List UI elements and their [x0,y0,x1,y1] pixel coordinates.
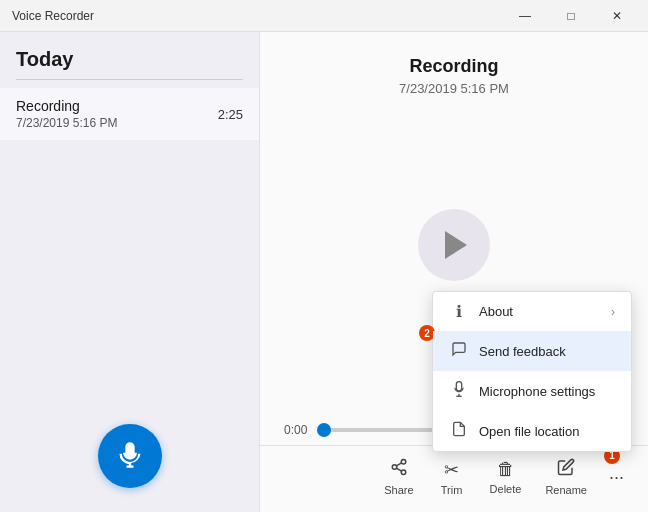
share-button[interactable]: Share [374,454,423,500]
more-button[interactable]: ··· 1 [601,463,632,492]
svg-point-1 [392,465,397,470]
microphone-settings-icon [449,381,469,401]
trim-icon: ✂ [444,459,459,481]
toolbar: Share ✂ Trim 🗑 Delete Rename [260,445,648,512]
recording-item-name: Recording [16,98,117,114]
feedback-label: Send feedback [479,344,566,359]
recording-item-duration: 2:25 [218,107,243,122]
main-content: Recording 7/23/2019 5:16 PM ⚑ 0:00 [260,32,648,512]
mic-button-area [0,404,259,512]
recording-header: Recording 7/23/2019 5:16 PM [260,32,648,96]
rename-label: Rename [545,484,587,496]
delete-label: Delete [490,483,522,495]
svg-point-0 [401,460,406,465]
delete-button[interactable]: 🗑 Delete [480,455,532,499]
dropdown-item-feedback[interactable]: Send feedback [433,331,631,371]
maximize-button[interactable]: □ [548,0,594,32]
recording-item-date: 7/23/2019 5:16 PM [16,116,117,130]
trim-button[interactable]: ✂ Trim [428,455,476,500]
share-icon [390,458,408,481]
info-icon: ℹ [449,302,469,321]
share-label: Share [384,484,413,496]
app-title: Voice Recorder [12,9,94,23]
mic-settings-label: Microphone settings [479,384,595,399]
dropdown-item-file-location[interactable]: Open file location [433,411,631,451]
recording-title: Recording [260,56,648,77]
app-body: Today Recording 7/23/2019 5:16 PM 2:25 R… [0,32,648,512]
svg-line-4 [396,463,401,466]
rename-button[interactable]: Rename [535,454,597,500]
file-location-label: Open file location [479,424,579,439]
mic-button[interactable] [98,424,162,488]
feedback-icon [449,341,469,361]
recording-datetime: 7/23/2019 5:16 PM [260,81,648,96]
list-item[interactable]: Recording 7/23/2019 5:16 PM 2:25 [0,88,259,140]
dropdown-item-mic-settings[interactable]: Microphone settings [433,371,631,411]
recording-item-info: Recording 7/23/2019 5:16 PM [16,98,117,130]
play-button[interactable] [418,209,490,281]
mic-icon [116,441,144,472]
file-location-icon [449,421,469,441]
delete-icon: 🗑 [497,459,515,480]
rename-icon [557,458,575,481]
svg-point-2 [401,470,406,475]
trim-label: Trim [441,484,463,496]
svg-line-3 [396,468,401,471]
more-icon: ··· [609,467,624,488]
close-button[interactable]: ✕ [594,0,640,32]
chevron-right-icon: › [611,305,615,319]
window-controls: — □ ✕ [502,0,640,32]
minimize-button[interactable]: — [502,0,548,32]
progress-thumb[interactable] [317,423,331,437]
sidebar-divider [16,79,243,80]
sidebar-spacer [0,140,259,404]
dropdown-item-about[interactable]: ℹ About › [433,292,631,331]
play-icon [445,231,467,259]
title-bar: Voice Recorder — □ ✕ [0,0,648,32]
time-current: 0:00 [284,423,314,437]
about-label: About [479,304,513,319]
sidebar-header: Today [0,32,259,79]
sidebar: Today Recording 7/23/2019 5:16 PM 2:25 [0,32,260,512]
dropdown-menu: 2 ℹ About › Send feedback [432,291,632,452]
